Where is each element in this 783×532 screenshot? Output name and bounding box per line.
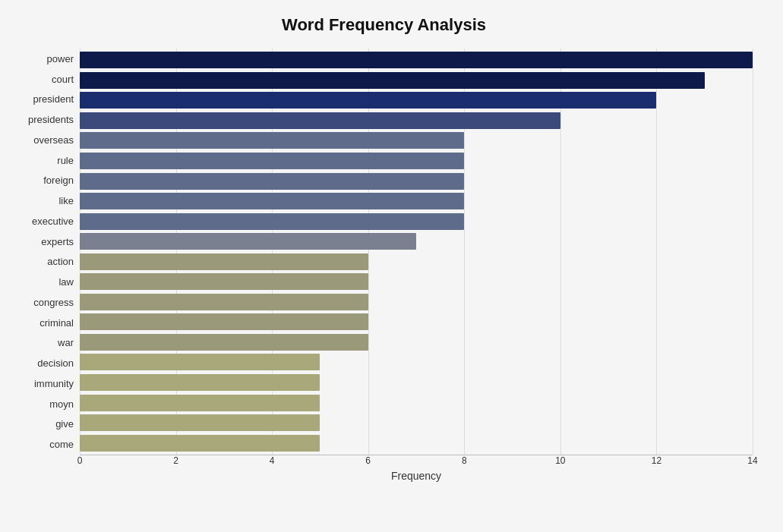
bar-row <box>80 352 753 373</box>
bars-wrapper <box>80 49 753 455</box>
x-axis: 02468101214 Frequency <box>80 455 753 482</box>
bar <box>80 213 464 230</box>
chart-container: Word Frequency Analysis powercourtpresid… <box>0 0 783 532</box>
bar <box>80 313 368 330</box>
x-axis-title: Frequency <box>80 470 753 482</box>
bar-row <box>80 131 753 151</box>
y-label: immunity <box>34 379 74 389</box>
y-label: congress <box>33 297 74 307</box>
y-label: president <box>33 94 74 104</box>
y-label: action <box>47 257 74 266</box>
bar <box>80 273 368 290</box>
bar <box>80 294 368 310</box>
y-label: moyn <box>49 399 74 409</box>
bar <box>80 193 464 209</box>
y-label: criminal <box>39 318 74 328</box>
y-label: executive <box>32 216 74 226</box>
x-tick-label: 10 <box>555 455 565 466</box>
y-label: law <box>58 277 74 287</box>
bar-row <box>80 231 753 252</box>
y-label: war <box>58 338 74 348</box>
x-tick-label: 2 <box>173 455 178 466</box>
bar-row <box>80 71 753 91</box>
bar <box>80 374 320 391</box>
y-label: like <box>58 196 74 206</box>
x-tick-label: 6 <box>365 455 371 466</box>
bar-row <box>80 373 753 393</box>
bar <box>80 233 416 250</box>
bars-region <box>80 49 753 455</box>
bar <box>80 334 368 351</box>
x-tick-label: 14 <box>747 455 757 466</box>
bar <box>80 112 560 129</box>
y-label: power <box>47 54 74 64</box>
y-label: decision <box>37 358 74 368</box>
bar <box>80 132 464 149</box>
y-label: foreign <box>43 175 74 185</box>
bar-row <box>80 251 753 272</box>
bar-row <box>80 191 753 212</box>
y-label: overseas <box>33 135 74 145</box>
bar <box>80 354 320 370</box>
bar-row <box>80 292 753 313</box>
bar <box>80 395 320 411</box>
chart-title: Word Frequency Analysis <box>15 15 753 35</box>
x-tick-label: 4 <box>270 455 275 466</box>
bar-row <box>80 413 753 433</box>
x-tick-label: 8 <box>462 455 467 466</box>
bar-row <box>80 151 753 172</box>
bars-and-xaxis: 02468101214 Frequency <box>80 49 753 482</box>
y-label: court <box>52 74 74 84</box>
bar <box>80 72 705 89</box>
x-tick-labels: 02468101214 <box>80 455 753 468</box>
bar-row <box>80 211 753 231</box>
y-label: experts <box>41 237 74 247</box>
bar <box>80 153 464 169</box>
bar-row <box>80 272 753 292</box>
bar <box>80 253 368 270</box>
bar <box>80 52 753 68</box>
x-tick-label: 0 <box>77 455 83 466</box>
y-label: presidents <box>28 115 74 124</box>
bar-row <box>80 312 753 332</box>
bar <box>80 414 320 431</box>
bar-row <box>80 111 753 131</box>
chart-area: powercourtpresidentpresidentsoverseasrul… <box>15 49 753 482</box>
y-label: rule <box>57 156 74 165</box>
bar <box>80 173 464 190</box>
y-label: give <box>55 419 74 429</box>
bar <box>80 435 320 452</box>
bar <box>80 92 656 109</box>
bar-row <box>80 332 753 353</box>
bar-row <box>80 433 753 453</box>
bar-row <box>80 50 753 71</box>
bar-row <box>80 90 753 111</box>
y-axis-labels: powercourtpresidentpresidentsoverseasrul… <box>15 49 80 482</box>
bar-row <box>80 392 753 413</box>
x-tick-label: 12 <box>652 455 661 466</box>
bar-row <box>80 171 753 191</box>
y-label: come <box>49 439 74 449</box>
grid-line <box>753 49 753 455</box>
